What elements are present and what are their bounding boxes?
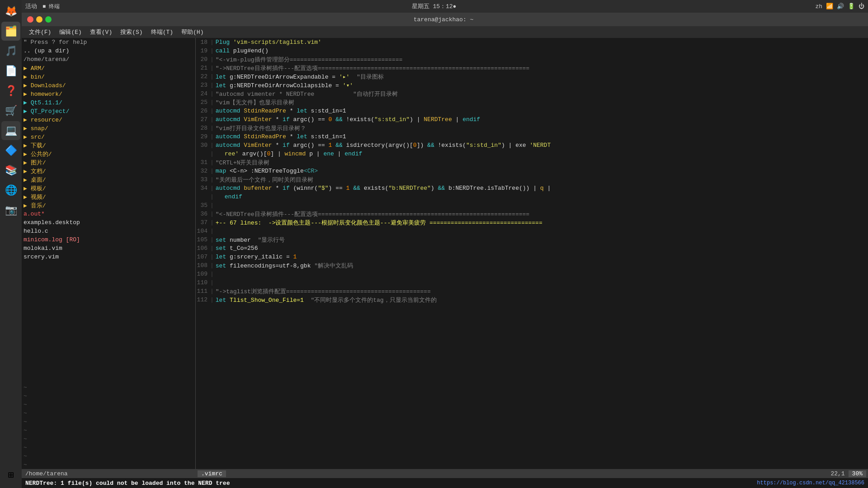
line-separator: | — [210, 202, 214, 209]
menu-file[interactable]: 文件(F) — [25, 27, 55, 37]
line-separator: | — [210, 236, 214, 243]
tilde-line: ~ — [22, 409, 195, 418]
taskbar-terminal[interactable]: 💻 — [1, 121, 20, 140]
nerdtree-item[interactable]: minicom.log [RO] — [22, 235, 195, 244]
code-line: 29|autocmd StdinReadPre * let s:std_in=1 — [196, 132, 868, 141]
code-line: 111|"->taglist浏览插件配置====================… — [196, 287, 868, 296]
menu-terminal[interactable]: 终端(T) — [147, 27, 177, 37]
nerdtree-item[interactable]: ▶ src/ — [22, 132, 195, 141]
code-line: 33|"关闭最后一个文件，同时关闭目录树 — [196, 175, 868, 184]
maximize-button[interactable] — [45, 16, 52, 23]
nerdtree-item[interactable]: molokai.vim — [22, 244, 195, 253]
code-text: set number "显示行号 — [216, 236, 285, 244]
line-separator: | — [210, 262, 214, 269]
terminal-label[interactable]: ■ 终端 — [42, 3, 60, 10]
nerdtree-message: NERDTree: 1 file(s) could not be loaded … — [25, 480, 230, 487]
line-number: 26 — [196, 108, 210, 114]
code-line: 31|"CRTL+N开关目录树 — [196, 158, 868, 167]
tilde-line: ~ — [22, 443, 195, 452]
csdn-url[interactable]: https://blog.csdn.net/qq_42138566 — [757, 480, 864, 486]
menu-view[interactable]: 查看(V) — [86, 27, 116, 37]
code-line: 25|"vim【无文件】也显示目录树 — [196, 98, 868, 107]
line-number: 107 — [196, 253, 210, 260]
nerdtree-item[interactable]: examples.desktop — [22, 218, 195, 227]
menu-search[interactable]: 搜索(S) — [117, 27, 146, 37]
power-icon[interactable]: ⏻ — [859, 3, 864, 10]
nerdtree-item[interactable]: /home/tarena/ — [22, 55, 195, 64]
terminal-controls — [27, 16, 52, 23]
line-number: 23 — [196, 82, 210, 89]
line-separator: | — [210, 125, 214, 131]
nerdtree-item[interactable]: ▶ resource/ — [22, 115, 195, 124]
taskbar-qt[interactable]: 🔷 — [1, 141, 20, 160]
taskbar-documents[interactable]: 📄 — [1, 61, 20, 80]
line-separator: | — [210, 176, 214, 183]
nerdtree-item[interactable]: ▶ bin/ — [22, 72, 195, 81]
status-right: .vimrc 22,1 30% — [196, 470, 868, 477]
status-percent: 30% — [849, 470, 866, 477]
lang-indicator[interactable]: zh — [815, 3, 822, 10]
line-number: 111 — [196, 288, 210, 295]
line-number: 106 — [196, 245, 210, 252]
nerdtree-item[interactable]: .. (up a dir) — [22, 47, 195, 55]
line-separator: | — [210, 150, 214, 157]
menu-edit[interactable]: 编辑(E) — [56, 27, 85, 37]
line-separator: | — [210, 185, 214, 192]
taskbar-files[interactable]: 🗂️ — [1, 22, 20, 41]
taskbar-camera[interactable]: 📷 — [1, 201, 20, 220]
code-text: let Tlist_Show_One_File=1 "不同时显示多个文件的tag… — [216, 296, 437, 304]
code-text: "关闭最后一个文件，同时关闭目录树 — [216, 176, 313, 184]
taskbar-apps[interactable]: ⊞ — [1, 465, 20, 484]
code-text: endif — [216, 193, 242, 200]
minimize-button[interactable] — [36, 16, 42, 23]
line-number: 19 — [196, 47, 210, 54]
code-line: 107|let g:srcery_italic = 1 — [196, 253, 868, 261]
nerdtree-item[interactable]: ▶ 下载/ — [22, 141, 195, 150]
code-text: "->taglist浏览插件配置========================… — [216, 287, 431, 296]
nerdtree-item[interactable]: ▶ 图片/ — [22, 158, 195, 167]
line-separator: | — [210, 65, 214, 71]
nerdtree-item[interactable]: ▶ Downloads/ — [22, 81, 195, 89]
nerdtree-item[interactable]: ▶ 音乐/ — [22, 201, 195, 210]
code-panel[interactable]: 18|Plug 'vim-scripts/taglist.vim'19|call… — [196, 38, 868, 469]
taskbar-amazon[interactable]: 🛒 — [1, 101, 20, 120]
code-line: 108|set fileencodings=utf-8,gbk "解决中文乱码 — [196, 261, 868, 270]
volume-icon: 🔊 — [837, 3, 844, 10]
code-line: 35| — [196, 201, 868, 210]
nerdtree-item[interactable]: ▶ 公共的/ — [22, 150, 195, 158]
nerdtree-item[interactable]: ▶ snap/ — [22, 124, 195, 132]
code-line: |ree' argv()[0] | wincmd p | ene | endif — [196, 150, 868, 158]
activities-label[interactable]: 活动 — [25, 2, 37, 10]
taskbar-network[interactable]: 🌐 — [1, 181, 20, 200]
taskbar-firefox[interactable]: 🦊 — [1, 2, 20, 21]
nerdtree-item[interactable]: ▶ ARM/ — [22, 64, 195, 72]
code-line: 27|autocmd VimEnter * if argc() == 0 && … — [196, 115, 868, 124]
close-button[interactable] — [27, 16, 33, 23]
code-line: 18|Plug 'vim-scripts/taglist.vim' — [196, 38, 868, 47]
nerdtree-item[interactable]: ▶ Qt5.11.1/ — [22, 98, 195, 107]
taskbar-help[interactable]: ❓ — [1, 81, 20, 100]
nerdtree-item[interactable]: srcery.vim — [22, 253, 195, 261]
line-number: 109 — [196, 271, 210, 277]
taskbar-book[interactable]: 📚 — [1, 161, 20, 180]
nerdtree-item[interactable]: ▶ QT_Project/ — [22, 107, 195, 115]
line-separator: | — [210, 56, 214, 63]
nerdtree-item[interactable]: a.out* — [22, 210, 195, 218]
line-number: 33 — [196, 176, 210, 183]
nerdtree-item[interactable]: hello.c — [22, 227, 195, 235]
nerdtree-item[interactable]: ▶ 桌面/ — [22, 175, 195, 184]
line-separator: | — [210, 228, 214, 235]
code-text: let g:NERDTreeDirArrowCollapsible = '▾' — [216, 82, 353, 89]
line-number: 36 — [196, 211, 210, 217]
taskbar-music[interactable]: 🎵 — [1, 42, 20, 61]
system-bar: 活动 ■ 终端 星期五 15：12● zh 📶 🔊 🔋 ⏻ — [22, 0, 868, 13]
code-content: 18|Plug 'vim-scripts/taglist.vim'19|call… — [196, 38, 868, 469]
line-number: 20 — [196, 56, 210, 63]
nerdtree-item[interactable]: ▶ homework/ — [22, 89, 195, 98]
nerdtree-item[interactable]: ▶ 文档/ — [22, 167, 195, 175]
menu-help[interactable]: 帮助(H) — [178, 27, 207, 37]
nerdtree-item[interactable]: ▶ 模板/ — [22, 184, 195, 192]
nerdtree-item[interactable]: ▶ 视频/ — [22, 192, 195, 201]
message-bar: NERDTree: 1 file(s) could not be loaded … — [22, 478, 868, 488]
line-number: 37 — [196, 219, 210, 226]
